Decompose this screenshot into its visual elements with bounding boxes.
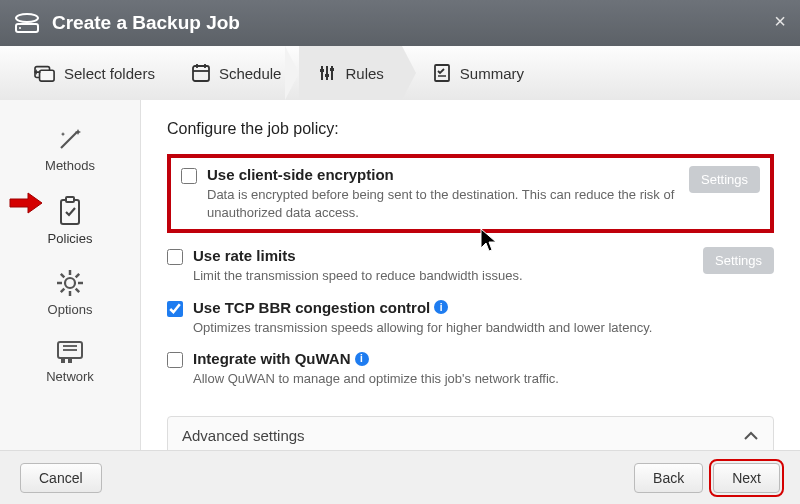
policy-rate-limits: Use rate limits Limit the transmission s…	[167, 247, 774, 285]
bbr-label: Use TCP BBR congestion control i	[193, 299, 448, 316]
wizard-body: Methods Policies Options Network Configu…	[0, 100, 800, 450]
advanced-header[interactable]: Advanced settings	[168, 417, 773, 450]
sidebar-item-options[interactable]: Options	[30, 260, 110, 325]
svg-rect-18	[61, 200, 79, 224]
svg-rect-13	[325, 74, 329, 77]
svg-rect-4	[40, 70, 55, 81]
wand-icon	[55, 126, 85, 154]
svg-rect-32	[61, 358, 65, 363]
policy-list: Use client-side encryption Data is encry…	[167, 154, 774, 450]
step-summary[interactable]: Summary	[402, 46, 542, 100]
folder-stack-icon	[34, 63, 56, 83]
encryption-settings-button[interactable]: Settings	[689, 166, 760, 193]
encryption-highlight: Use client-side encryption Data is encry…	[167, 154, 774, 233]
quwan-desc: Allow QuWAN to manage and optimize this …	[193, 370, 774, 388]
svg-rect-14	[330, 68, 334, 71]
network-card-icon	[55, 339, 85, 365]
rate-checkbox[interactable]	[167, 249, 183, 265]
next-button[interactable]: Next	[713, 463, 780, 493]
svg-point-20	[65, 278, 75, 288]
policy-panel: Configure the job policy: Use client-sid…	[140, 100, 800, 450]
encryption-label: Use client-side encryption	[207, 166, 394, 183]
sidebar-item-network[interactable]: Network	[30, 331, 110, 392]
pointer-arrow-icon	[8, 192, 44, 214]
quwan-label: Integrate with QuWAN i	[193, 350, 369, 367]
title-text: Create a Backup Job	[52, 12, 240, 34]
svg-line-25	[61, 274, 65, 278]
step-rules[interactable]: Rules	[299, 46, 401, 100]
policy-quwan: Integrate with QuWAN i Allow QuWAN to ma…	[167, 350, 774, 388]
cancel-button[interactable]: Cancel	[20, 463, 102, 493]
step-label: Schedule	[219, 65, 282, 82]
step-schedule[interactable]: Schedule	[173, 46, 300, 100]
rate-settings-button[interactable]: Settings	[703, 247, 774, 274]
close-icon[interactable]: ×	[774, 10, 786, 33]
rules-sidebar: Methods Policies Options Network	[0, 100, 140, 450]
sliders-icon	[317, 63, 337, 83]
step-label: Summary	[460, 65, 524, 82]
sidebar-item-methods[interactable]: Methods	[30, 118, 110, 181]
advanced-settings: Advanced settings Only back up updated f…	[167, 416, 774, 450]
svg-rect-15	[435, 65, 449, 81]
rate-desc: Limit the transmission speed to reduce b…	[193, 267, 693, 285]
policy-bbr: Use TCP BBR congestion control i Optimiz…	[167, 299, 774, 337]
encryption-desc: Data is encrypted before being sent to t…	[207, 186, 679, 221]
info-icon[interactable]: i	[434, 300, 448, 314]
advanced-title: Advanced settings	[182, 427, 305, 444]
back-button[interactable]: Back	[634, 463, 703, 493]
svg-rect-5	[193, 66, 209, 81]
step-label: Rules	[345, 65, 383, 82]
backup-drive-icon	[14, 12, 40, 34]
wizard-footer: Cancel Back Next	[0, 450, 800, 504]
step-label: Select folders	[64, 65, 155, 82]
gear-icon	[55, 268, 85, 298]
svg-rect-19	[66, 197, 74, 202]
step-select-folders[interactable]: Select folders	[16, 46, 173, 100]
info-icon[interactable]: i	[355, 352, 369, 366]
summary-icon	[432, 63, 452, 83]
sidebar-item-label: Methods	[45, 158, 95, 173]
bbr-desc: Optimizes transmission speeds allowing f…	[193, 319, 774, 337]
svg-point-0	[16, 14, 38, 22]
calendar-icon	[191, 63, 211, 83]
wizard-steps: Select folders Schedule Rules Summary	[0, 46, 800, 100]
quwan-checkbox[interactable]	[167, 352, 183, 368]
svg-line-26	[76, 289, 80, 293]
bbr-checkbox[interactable]	[167, 301, 183, 317]
title-bar: Create a Backup Job ×	[0, 0, 800, 46]
panel-heading: Configure the job policy:	[167, 120, 774, 138]
sidebar-item-label: Policies	[48, 231, 93, 246]
svg-line-27	[61, 289, 65, 293]
svg-rect-12	[320, 69, 324, 72]
svg-rect-33	[68, 358, 72, 363]
clipboard-check-icon	[55, 195, 85, 227]
wizard-window: Create a Backup Job × Select folders Sch…	[0, 0, 800, 504]
sidebar-item-label: Network	[46, 369, 94, 384]
sidebar-item-label: Options	[48, 302, 93, 317]
chevron-up-icon	[743, 427, 759, 444]
rate-label: Use rate limits	[193, 247, 296, 264]
svg-line-28	[76, 274, 80, 278]
encryption-checkbox[interactable]	[181, 168, 197, 184]
svg-point-2	[19, 27, 21, 29]
policy-encryption: Use client-side encryption Data is encry…	[181, 166, 760, 221]
